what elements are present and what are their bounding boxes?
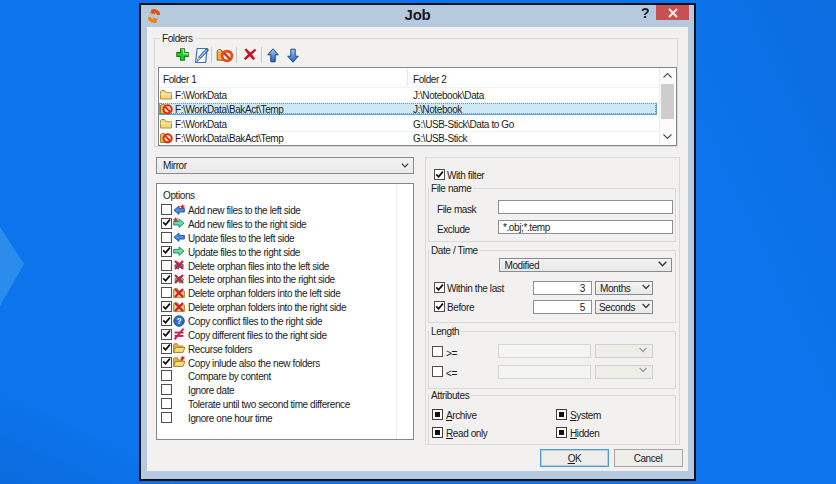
svg-text:?: ? xyxy=(176,316,181,326)
